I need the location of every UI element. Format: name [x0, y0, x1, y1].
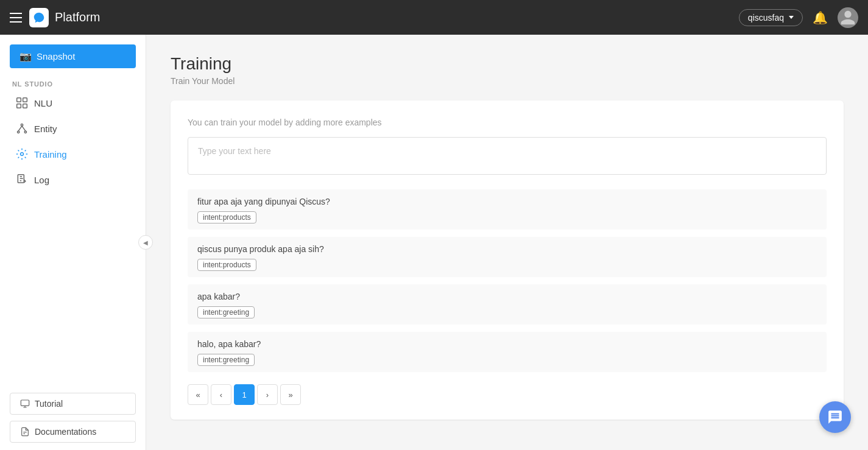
- nlu-label: NLU: [34, 98, 52, 108]
- intent-badge-3[interactable]: intent:greeting: [197, 306, 255, 318]
- svg-point-9: [21, 153, 24, 156]
- snapshot-button[interactable]: 📷 Snapshot: [10, 44, 136, 68]
- pagination-current[interactable]: 1: [234, 384, 255, 405]
- intent-badge-1[interactable]: intent:products: [197, 211, 256, 223]
- pagination-last[interactable]: »: [280, 384, 301, 405]
- training-example-3: apa kabar? intent:greeting: [188, 284, 827, 325]
- topnav-left: Platform: [10, 8, 100, 27]
- svg-rect-2: [17, 104, 21, 108]
- text-input[interactable]: [188, 137, 827, 175]
- content-area: Training Train Your Model You can train …: [146, 35, 868, 450]
- training-card: You can train your model by adding more …: [171, 100, 844, 420]
- hint-text: You can train your model by adding more …: [188, 118, 827, 127]
- training-label: Training: [34, 149, 67, 160]
- svg-point-4: [21, 124, 23, 126]
- intent-badge-4[interactable]: intent:greeting: [197, 354, 255, 366]
- training-example-1: fitur apa aja yang dipunyai Qiscus? inte…: [188, 189, 827, 230]
- sidebar-section-label: NL STUDIO: [0, 76, 146, 90]
- sidebar-item-entity[interactable]: Entity: [4, 116, 142, 141]
- pagination-first[interactable]: «: [188, 384, 208, 405]
- example-text-1: fitur apa aja yang dipunyai Qiscus?: [197, 197, 817, 206]
- logo-container: Platform: [29, 8, 100, 27]
- top-navbar: Platform qiscusfaq 🔔: [0, 0, 868, 35]
- pagination: « ‹ 1 › »: [188, 384, 827, 405]
- main-layout: 📷 Snapshot NL STUDIO NLU Entity: [0, 35, 868, 450]
- svg-point-5: [18, 131, 19, 133]
- log-label: Log: [34, 175, 49, 185]
- page-subtitle: Train Your Model: [171, 76, 844, 86]
- sidebar-item-nlu[interactable]: NLU: [4, 90, 142, 116]
- svg-rect-0: [17, 98, 21, 102]
- intent-badge-2[interactable]: intent:products: [197, 259, 256, 271]
- username-label: qiscusfaq: [748, 13, 784, 23]
- topnav-title: Platform: [55, 10, 100, 24]
- logo-box: [29, 8, 49, 27]
- svg-line-8: [22, 126, 26, 131]
- chat-fab-button[interactable]: [819, 401, 851, 433]
- pagination-prev[interactable]: ‹: [211, 384, 231, 405]
- hamburger-menu[interactable]: [10, 13, 22, 23]
- sidebar-item-log[interactable]: Log: [4, 167, 142, 192]
- training-example-4: halo, apa kabar? intent:greeting: [188, 332, 827, 372]
- svg-rect-11: [21, 400, 29, 406]
- page-title: Training: [171, 54, 844, 74]
- sidebar-bottom: Tutorial Documentations: [0, 385, 146, 450]
- chevron-down-icon: [789, 16, 794, 19]
- sidebar-collapse-arrow[interactable]: ◀: [138, 235, 153, 250]
- svg-rect-1: [23, 98, 27, 102]
- docs-button[interactable]: Documentations: [10, 421, 136, 443]
- sidebar: 📷 Snapshot NL STUDIO NLU Entity: [0, 35, 146, 450]
- docs-label: Documentations: [35, 427, 96, 437]
- sidebar-item-training[interactable]: Training: [4, 141, 142, 167]
- example-text-4: halo, apa kabar?: [197, 339, 817, 349]
- snapshot-label: Snapshot: [37, 51, 75, 62]
- user-dropdown[interactable]: qiscusfaq: [739, 9, 803, 26]
- svg-line-7: [18, 126, 22, 131]
- tutorial-button[interactable]: Tutorial: [10, 393, 136, 415]
- pagination-next[interactable]: ›: [257, 384, 278, 405]
- training-example-2: qiscus punya produk apa aja sih? intent:…: [188, 237, 827, 277]
- tutorial-label: Tutorial: [35, 399, 63, 409]
- snapshot-icon: 📷: [19, 51, 32, 62]
- user-avatar[interactable]: [838, 7, 858, 28]
- svg-point-6: [24, 131, 26, 133]
- example-text-2: qiscus punya produk apa aja sih?: [197, 244, 817, 254]
- notification-bell-icon[interactable]: 🔔: [813, 10, 828, 25]
- entity-label: Entity: [34, 124, 57, 134]
- svg-rect-3: [23, 104, 27, 108]
- topnav-right: qiscusfaq 🔔: [739, 7, 858, 28]
- example-text-3: apa kabar?: [197, 292, 817, 301]
